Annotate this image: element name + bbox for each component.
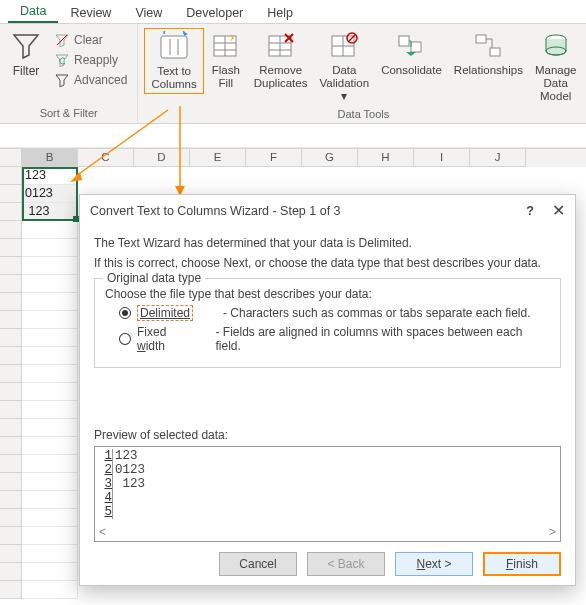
data-model-icon <box>540 30 572 62</box>
cancel-button[interactable]: Cancel <box>219 552 297 576</box>
svg-rect-24 <box>476 35 486 43</box>
radio-delimited-label: Delimited <box>140 306 190 320</box>
data-validation-icon <box>328 30 360 62</box>
col-header-B[interactable]: B <box>22 149 78 167</box>
next-button[interactable]: Next > <box>395 552 473 576</box>
radio-delimited-desc: - Characters such as commas or tabs sepa… <box>223 306 530 320</box>
svg-line-0 <box>57 35 67 45</box>
col-header-I[interactable]: I <box>414 149 470 167</box>
reapply-button[interactable]: Reapply <box>54 52 127 68</box>
dialog-intro-1: The Text Wizard has determined that your… <box>94 236 561 250</box>
advanced-icon <box>54 72 70 88</box>
col-header-G[interactable]: G <box>302 149 358 167</box>
consolidate-icon <box>395 30 427 62</box>
radio-fixed-width[interactable]: Fixed width - Fields are aligned in colu… <box>119 325 550 353</box>
col-header-J[interactable]: J <box>470 149 526 167</box>
relationships-button[interactable]: Relationships <box>448 28 529 79</box>
radio-fixed-desc: - Fields are aligned in columns with spa… <box>216 325 551 353</box>
group-data-tools: Text to Columns Flash Fill Remove Duplic… <box>138 24 586 123</box>
svg-rect-1 <box>161 36 187 58</box>
text-to-columns-button[interactable]: Text to Columns <box>144 28 203 94</box>
dialog-intro-2: If this is correct, choose Next, or choo… <box>94 256 561 270</box>
tab-help[interactable]: Help <box>255 2 305 23</box>
group-label-sort-filter: Sort & Filter <box>6 105 131 121</box>
advanced-button[interactable]: Advanced <box>54 72 127 88</box>
text-to-columns-dialog: Convert Text to Columns Wizard - Step 1 … <box>79 194 576 586</box>
col-header-H[interactable]: H <box>358 149 414 167</box>
svg-rect-22 <box>411 42 421 52</box>
filter-button[interactable]: Filter <box>6 28 46 80</box>
flash-fill-button[interactable]: Flash Fill <box>204 28 248 92</box>
text-to-columns-icon <box>158 31 190 63</box>
preview-box: 1123 20123 3 123 4 5 < > <box>94 446 561 542</box>
tab-review[interactable]: Review <box>58 2 123 23</box>
col-header-F[interactable]: F <box>246 149 302 167</box>
col-header-D[interactable]: D <box>134 149 190 167</box>
manage-data-model-button[interactable]: Manage Data Model <box>529 28 583 106</box>
svg-marker-23 <box>406 52 416 56</box>
fieldset-legend: Original data type <box>103 271 205 285</box>
funnel-icon <box>10 30 42 62</box>
preview-label: Preview of selected data: <box>94 428 561 442</box>
column-headers: B C D E F G H I J <box>0 149 586 167</box>
flash-fill-icon <box>210 30 242 62</box>
close-button[interactable]: ✕ <box>552 201 565 220</box>
filter-label: Filter <box>13 64 40 78</box>
relationships-icon <box>472 30 504 62</box>
svg-marker-4 <box>184 32 188 36</box>
clear-button[interactable]: Clear <box>54 32 127 48</box>
tab-data[interactable]: Data <box>8 0 58 23</box>
radio-icon <box>119 333 131 345</box>
help-button[interactable]: ? <box>526 204 534 218</box>
svg-rect-21 <box>399 36 409 46</box>
dialog-title: Convert Text to Columns Wizard - Step 1 … <box>90 204 341 218</box>
cell-B3[interactable]: 123 <box>22 203 78 221</box>
scroll-left-icon[interactable]: < <box>99 525 106 539</box>
dropdown-icon: ▾ <box>341 90 347 102</box>
col-header-C[interactable]: C <box>78 149 134 167</box>
col-header-E[interactable]: E <box>190 149 246 167</box>
radio-delimited[interactable]: Delimited - Characters such as commas or… <box>119 305 550 321</box>
group-sort-filter: Filter Clear Reapply Advanced Sort & Fil… <box>0 24 138 123</box>
cell-B1[interactable]: 123 <box>22 167 78 185</box>
svg-rect-25 <box>490 48 500 56</box>
radio-icon <box>119 307 131 319</box>
group-label-data-tools: Data Tools <box>144 106 582 122</box>
back-button: < Back <box>307 552 385 576</box>
remove-duplicates-button[interactable]: Remove Duplicates <box>248 28 314 92</box>
tab-view[interactable]: View <box>123 2 174 23</box>
data-validation-button[interactable]: Data Validation ▾ <box>313 28 375 106</box>
radio-fixed-label: Fixed width <box>137 325 198 353</box>
finish-button[interactable]: Finish <box>483 552 561 576</box>
remove-duplicates-icon <box>265 30 297 62</box>
ribbon: Filter Clear Reapply Advanced Sort & Fil… <box>0 24 586 124</box>
ribbon-tabs: Data Review View Developer Help <box>0 0 586 24</box>
text-to-columns-label: Text to Columns <box>151 65 196 91</box>
clear-icon <box>54 32 70 48</box>
consolidate-button[interactable]: Consolidate <box>375 28 448 79</box>
reapply-icon <box>54 52 70 68</box>
tab-developer[interactable]: Developer <box>174 2 255 23</box>
cell-B2[interactable]: 0123 <box>22 185 78 203</box>
scroll-right-icon[interactable]: > <box>549 525 556 539</box>
original-data-type-group: Original data type Choose the file type … <box>94 278 561 368</box>
filetype-prompt: Choose the file type that best describes… <box>105 287 550 301</box>
